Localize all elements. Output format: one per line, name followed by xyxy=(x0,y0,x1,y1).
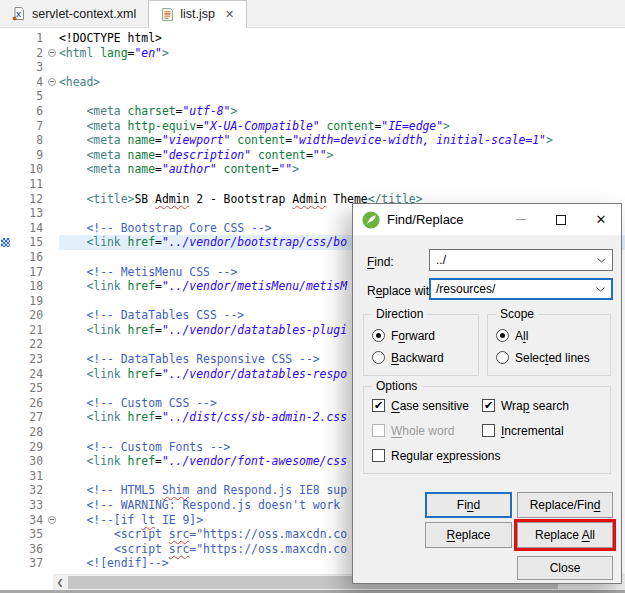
checkbox-case-sensitive[interactable]: ✔ Case sensitive xyxy=(372,397,469,414)
line-number: 8 xyxy=(12,133,46,148)
search-result-marker xyxy=(1,238,10,247)
checkbox-icon: ✔ xyxy=(482,424,495,437)
line-number: 2 xyxy=(12,46,46,61)
maximize-button[interactable] xyxy=(541,204,581,235)
maximize-icon xyxy=(556,215,566,225)
line-number: 31 xyxy=(12,469,46,484)
code-line[interactable]: 10 <meta name="author" content=""> xyxy=(0,162,625,177)
checkbox-regular-expressions[interactable]: ✔ Regular expressions xyxy=(372,447,500,464)
line-number: 19 xyxy=(12,294,46,309)
code-text: <meta http-equiv="X-UA-Compatible" conte… xyxy=(59,119,625,134)
code-line[interactable]: 3 xyxy=(0,60,625,75)
chevron-down-icon[interactable] xyxy=(597,258,606,263)
tab-label: list.jsp xyxy=(180,7,215,21)
line-number: 32 xyxy=(12,483,46,498)
line-number: 30 xyxy=(12,454,46,469)
fold-toggle-icon[interactable] xyxy=(48,49,56,57)
checkbox-icon: ✔ xyxy=(372,399,385,412)
checkbox-incremental[interactable]: ✔ Incremental xyxy=(482,422,564,439)
line-number: 21 xyxy=(12,323,46,338)
chevron-down-icon[interactable] xyxy=(596,287,605,292)
line-number: 33 xyxy=(12,498,46,513)
code-text: <html lang="en"> xyxy=(59,46,625,61)
line-number: 29 xyxy=(12,440,46,455)
scope-group-title: Scope xyxy=(496,307,538,321)
radio-forward[interactable]: Forward xyxy=(372,327,435,344)
line-number: 12 xyxy=(12,192,46,207)
tab-close-icon[interactable]: ✕ xyxy=(225,8,234,21)
code-line[interactable]: 8 <meta name="viewport" content="width=d… xyxy=(0,133,625,148)
code-text: <meta name="viewport" content="width=dev… xyxy=(59,133,625,148)
tab-servlet-context-xml[interactable]: X servlet-context.xml xyxy=(0,0,148,27)
minimize-icon xyxy=(516,219,526,220)
tab-list-jsp[interactable]: list.jsp ✕ xyxy=(148,0,247,28)
replace-with-input[interactable]: /resources/ xyxy=(429,278,613,300)
code-line[interactable]: 2<html lang="en"> xyxy=(0,46,625,61)
code-text: <meta name="author" content=""> xyxy=(59,162,625,177)
replace-all-button[interactable]: Replace All xyxy=(517,522,613,548)
radio-backward[interactable]: Backward xyxy=(372,349,444,366)
line-number: 17 xyxy=(12,265,46,280)
find-button[interactable]: Find xyxy=(425,492,512,518)
code-line[interactable]: 9 <meta name="description" content=""> xyxy=(0,148,625,163)
replace-button[interactable]: Replace xyxy=(425,522,512,548)
line-number: 5 xyxy=(12,89,46,104)
svg-text:X: X xyxy=(16,10,21,19)
code-text: <meta name="description" content=""> xyxy=(59,148,625,163)
line-number: 25 xyxy=(12,381,46,396)
line-number: 23 xyxy=(12,352,46,367)
line-number: 15 xyxy=(12,235,46,250)
close-icon: ✕ xyxy=(596,212,607,227)
line-number: 4 xyxy=(12,75,46,90)
direction-group-title: Direction xyxy=(372,307,427,321)
line-number: 1 xyxy=(12,31,46,46)
line-number: 10 xyxy=(12,162,46,177)
code-text: <head> xyxy=(59,75,625,90)
dialog-title: Find/Replace xyxy=(387,212,464,227)
fold-toggle-icon[interactable] xyxy=(48,78,56,86)
line-number: 14 xyxy=(12,221,46,236)
code-line[interactable]: 1<!DOCTYPE html> xyxy=(0,31,625,46)
find-input[interactable]: ../ xyxy=(429,249,613,271)
line-number: 6 xyxy=(12,104,46,119)
code-line[interactable]: 11 xyxy=(0,177,625,192)
line-number: 35 xyxy=(12,527,46,542)
code-text: <meta charset="utf-8"> xyxy=(59,104,625,119)
replace-value: /resources/ xyxy=(436,282,495,296)
find-label: Find: xyxy=(367,255,394,269)
fold-toggle-icon[interactable] xyxy=(48,516,56,524)
code-text xyxy=(59,89,625,104)
line-number: 36 xyxy=(12,542,46,557)
line-number: 16 xyxy=(12,250,46,265)
code-line[interactable]: 5 xyxy=(0,89,625,104)
xml-file-icon: X xyxy=(12,6,26,21)
spring-leaf-icon xyxy=(362,211,380,229)
dialog-close-button[interactable]: ✕ xyxy=(581,204,621,235)
code-line[interactable]: 7 <meta http-equiv="X-UA-Compatible" con… xyxy=(0,119,625,134)
code-line[interactable]: 6 <meta charset="utf-8"> xyxy=(0,104,625,119)
replace-find-button[interactable]: Replace/Find xyxy=(517,492,613,518)
radio-selected-lines[interactable]: Selected lines xyxy=(496,349,590,366)
minimize-button[interactable] xyxy=(501,204,541,235)
direction-group: Direction Forward Backward xyxy=(363,314,479,376)
find-replace-dialog: Find/Replace ✕ Find: ../ Replace with: /… xyxy=(352,203,622,584)
line-number: 22 xyxy=(12,337,46,352)
editor-tab-bar: X servlet-context.xml list.jsp ✕ xyxy=(0,0,625,28)
checkbox-icon: ✔ xyxy=(482,399,495,412)
close-button[interactable]: Close xyxy=(517,556,613,580)
line-number: 9 xyxy=(12,148,46,163)
tab-label: servlet-context.xml xyxy=(32,7,136,21)
radio-all[interactable]: All xyxy=(496,327,528,344)
code-line[interactable]: 4<head> xyxy=(0,75,625,90)
line-number: 11 xyxy=(12,177,46,192)
code-text xyxy=(59,60,625,75)
line-number: 3 xyxy=(12,60,46,75)
dialog-titlebar[interactable]: Find/Replace ✕ xyxy=(353,204,621,235)
line-number: 27 xyxy=(12,410,46,425)
line-number: 28 xyxy=(12,425,46,440)
line-number: 13 xyxy=(12,206,46,221)
radio-icon xyxy=(496,351,509,364)
scroll-left-arrow-icon[interactable]: ❮ xyxy=(53,575,67,590)
checkbox-wrap-search[interactable]: ✔ Wrap search xyxy=(482,397,569,414)
find-value: ../ xyxy=(436,253,446,267)
